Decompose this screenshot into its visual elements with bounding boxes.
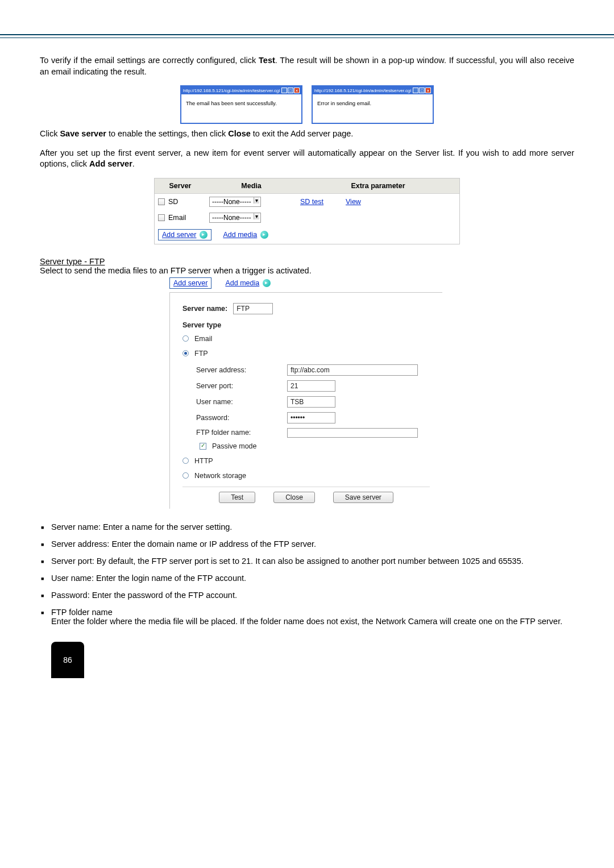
table-row: Email -----None----- [155,210,459,226]
page-top-divider [0,34,614,38]
add-media-button[interactable]: Add media [223,229,268,240]
media-select-email[interactable]: -----None----- [209,213,261,223]
paragraph-verify: To verify if the email settings are corr… [40,55,574,77]
server-address-label: Server address: [196,366,287,374]
ftp-fields: Server address: ftp://abc.com Server por… [182,364,430,450]
ftp-folder-bullet-body: Enter the folder where the media file wi… [51,617,562,626]
user-name-label: User name: [196,398,287,406]
radio-ftp[interactable] [182,350,189,356]
popup-error-url: http://192.168.5.121/cgi-bin/admin/tests… [314,88,411,93]
add-media-label: Add media [223,231,257,239]
password-input[interactable]: •••••• [287,412,335,423]
page-number-badge: 86 [51,642,84,678]
passive-mode-checkbox[interactable] [200,443,206,450]
option-ftp: FTP [194,350,208,358]
server-name-label: Server name: [182,305,227,313]
add-server-button[interactable]: Add server [158,229,211,240]
server-port-label: Server port: [196,382,287,390]
maximize-icon[interactable]: □ [288,88,293,93]
table-footer: Add server Add media [155,226,459,244]
server-address-input[interactable]: ftp://abc.com [287,364,418,376]
arrow-icon [260,231,268,239]
server-port-input[interactable]: 21 [287,380,335,392]
radio-email[interactable] [182,335,189,342]
list-item: Server port: By default, the FTP server … [40,556,574,566]
media-select-sd[interactable]: -----None----- [209,197,261,207]
tab-add-server[interactable]: Add server [169,277,211,289]
list-item: Password: Enter the password of the FTP … [40,591,574,600]
header-media: Media [206,182,297,190]
list-item: Server name: Enter a name for the server… [40,522,574,531]
checkbox-sd[interactable] [158,198,165,205]
radio-http[interactable] [182,458,189,464]
radio-network-storage[interactable] [182,472,189,479]
arrow-icon [263,279,271,287]
option-http: HTTP [194,457,213,465]
page-content: To verify if the email settings are corr… [0,55,614,626]
bullet-list: Server name: Enter a name for the server… [40,522,574,626]
popup-success-message: The email has been sent successfully. [181,94,301,112]
list-item: Server address: Enter the domain name or… [40,539,574,549]
tab-add-server-label: Add server [173,279,208,287]
minimize-icon[interactable]: _ [413,88,418,93]
view-link[interactable]: View [346,198,361,206]
test-button[interactable]: Test [219,492,255,503]
paragraph-after-setup: After you set up the first event server,… [40,148,574,170]
checkbox-email[interactable] [158,214,165,221]
popup-error-message: Error in sending email. [313,94,433,112]
ftp-folder-label: FTP folder name: [196,429,287,437]
maximize-icon[interactable]: □ [419,88,425,93]
option-network-storage: Network storage [194,472,246,480]
paragraph-ftp-select: Select to send the media files to an FTP… [40,266,574,275]
add-server-label: Add server [162,231,196,239]
ftp-folder-bullet-title: FTP folder name [51,608,113,617]
option-email: Email [194,335,212,343]
server-media-table: Server Media Extra parameter SD -----Non… [154,178,460,244]
close-icon[interactable]: ✕ [425,88,431,93]
close-icon[interactable]: ✕ [294,88,300,93]
header-extra: Extra parameter [297,182,459,190]
server-name-input[interactable]: FTP [233,303,273,314]
ftp-body: Server name: FTP Server type Email FTP S… [169,292,442,509]
list-item: FTP folder name Enter the folder where t… [40,608,574,626]
server-type-label: Server type [182,321,221,329]
arrow-icon [200,231,208,239]
popup-success-titlebar: http://192.168.5.121/cgi-bin/admin/tests… [181,86,301,94]
ftp-tabs: Add server Add media [169,277,442,289]
button-row: Test Close Save server [182,487,430,503]
table-header: Server Media Extra parameter [155,178,459,194]
tab-add-media-label: Add media [225,279,259,287]
tab-add-media[interactable]: Add media [225,277,271,289]
user-name-input[interactable]: TSB [287,396,335,408]
popup-error-titlebar: http://192.168.5.121/cgi-bin/admin/tests… [313,86,433,94]
passive-mode-label: Passive mode [212,442,257,450]
row-server-name: Email [168,214,186,222]
close-button[interactable]: Close [273,492,315,503]
popup-success: http://192.168.5.121/cgi-bin/admin/tests… [180,85,302,124]
popup-success-url: http://192.168.5.121/cgi-bin/admin/tests… [183,88,280,93]
list-item: User name: Enter the login name of the F… [40,574,574,583]
popup-dialogs-row: http://192.168.5.121/cgi-bin/admin/tests… [40,85,574,124]
popup-error: http://192.168.5.121/cgi-bin/admin/tests… [312,85,434,124]
sd-test-link[interactable]: SD test [300,198,323,206]
row-server-name: SD [168,198,178,206]
header-server: Server [155,182,206,190]
minimize-icon[interactable]: _ [281,88,287,93]
password-label: Password: [196,414,287,422]
table-row: SD -----None----- SD test View [155,194,459,210]
save-server-button[interactable]: Save server [333,492,393,503]
paragraph-click-save: Click Save server to enable the settings… [40,128,574,140]
ftp-config-panel: Add server Add media Server name: FTP Se… [169,277,442,509]
section-title-ftp: Server type - FTP [40,257,574,266]
ftp-folder-input[interactable] [287,428,418,438]
